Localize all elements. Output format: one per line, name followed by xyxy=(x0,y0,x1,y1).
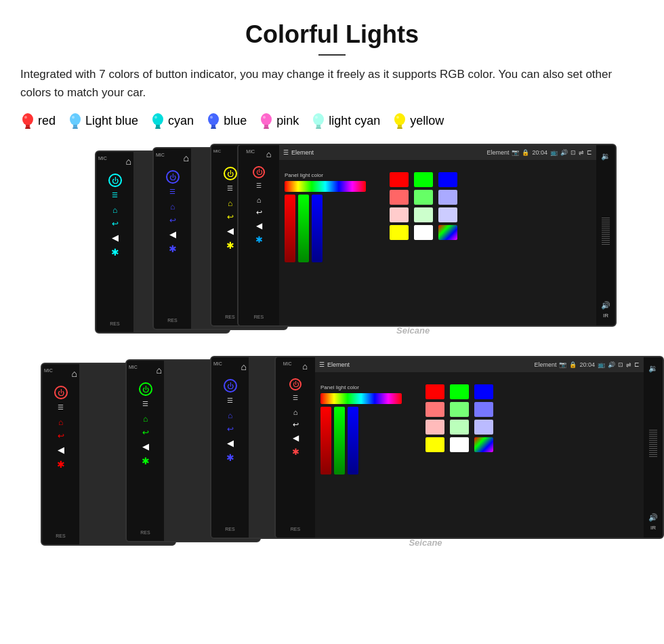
svg-rect-21 xyxy=(316,125,320,127)
title-divider xyxy=(318,54,346,56)
svg-rect-2 xyxy=(25,127,30,129)
bulb-icon-red xyxy=(20,111,35,130)
description-text: Integrated with 7 colors of button indic… xyxy=(20,65,644,102)
svg-point-15 xyxy=(210,116,213,119)
svg-point-11 xyxy=(154,116,157,119)
screen-subtitle-bottom: Element xyxy=(327,361,350,368)
svg-point-20 xyxy=(313,113,324,125)
color-item-lightcyan: light cyan xyxy=(311,111,380,130)
svg-point-0 xyxy=(22,113,33,125)
svg-rect-26 xyxy=(397,127,402,129)
color-item-yellow: yellow xyxy=(392,111,444,130)
top-screenshot-group: MIC ⌂ ⏻ ☰ ⌂ ↩ ◀ ✱ RES MIC xyxy=(20,144,644,344)
color-item-red: red xyxy=(20,111,56,130)
svg-rect-10 xyxy=(155,127,161,129)
color-indicators: red Light blue cyan xyxy=(20,111,644,130)
page-container: Colorful Lights Integrated with 7 colors… xyxy=(0,0,664,582)
radio-unit-main-bottom: MIC ⌂ ⏻ ☰ ⌂ ↩ ◀ ✱ RES ☰ xyxy=(274,356,664,539)
color-label-cyan: cyan xyxy=(168,114,194,128)
app-name-bottom: Element xyxy=(534,361,556,368)
svg-point-8 xyxy=(152,113,163,125)
bulb-icon-pink xyxy=(259,111,274,130)
svg-rect-1 xyxy=(26,125,30,127)
svg-rect-5 xyxy=(73,125,77,127)
svg-point-4 xyxy=(70,113,81,125)
svg-rect-9 xyxy=(156,125,160,127)
svg-point-23 xyxy=(315,116,318,119)
svg-rect-18 xyxy=(264,127,269,129)
color-spectrum-bar-bottom xyxy=(320,393,402,404)
color-label-lightcyan: light cyan xyxy=(329,114,380,128)
color-spectrum-bar xyxy=(285,181,366,192)
svg-rect-25 xyxy=(398,125,402,127)
svg-rect-17 xyxy=(264,125,268,127)
svg-point-3 xyxy=(24,116,27,119)
color-item-cyan: cyan xyxy=(150,111,194,130)
bulb-icon-yellow xyxy=(392,111,407,130)
bulb-icon-lightblue xyxy=(68,111,83,130)
color-item-lightblue: Light blue xyxy=(68,111,138,130)
screen-time-bottom: 20:04 xyxy=(579,361,595,368)
seicane-watermark-bottom: Seicane xyxy=(409,538,442,548)
bulb-icon-lightcyan xyxy=(311,111,326,130)
svg-rect-13 xyxy=(211,125,215,127)
color-label-lightblue: Light blue xyxy=(85,114,138,128)
color-item-blue: blue xyxy=(206,111,247,130)
svg-point-7 xyxy=(72,116,75,119)
color-label-red: red xyxy=(38,114,56,128)
svg-point-24 xyxy=(394,113,405,125)
bulb-icon-blue xyxy=(206,111,221,130)
bottom-screenshot-group: MIC ⌂ ⏻ ☰ ⌂ ↩ ◀ ✱ RES E xyxy=(20,356,644,556)
svg-point-12 xyxy=(208,113,219,125)
screen-subtitle: Element xyxy=(291,149,314,156)
panel-label: Panel light color xyxy=(285,172,366,178)
app-name: Element xyxy=(486,149,509,156)
svg-point-19 xyxy=(263,116,266,119)
radio-unit-main-top: MIC ⌂ ⏻ ☰ ⌂ ↩ ◀ ✱ RES ☰ xyxy=(237,144,617,327)
screen-time: 20:04 xyxy=(532,149,547,156)
color-label-blue: blue xyxy=(224,114,247,128)
svg-rect-6 xyxy=(72,127,78,129)
svg-point-27 xyxy=(396,116,399,119)
color-label-pink: pink xyxy=(276,114,299,128)
bulb-icon-cyan xyxy=(150,111,165,130)
panel-label-bottom: Panel light color xyxy=(320,384,402,390)
color-item-pink: pink xyxy=(259,111,299,130)
seicane-watermark-top: Seicane xyxy=(396,325,430,336)
svg-rect-14 xyxy=(211,127,216,129)
title-section: Colorful Lights Integrated with 7 colors… xyxy=(20,20,644,102)
volume-panel-top: 🔉 🔊 IR xyxy=(596,145,615,325)
page-title: Colorful Lights xyxy=(20,20,644,49)
volume-panel-bottom: 🔉 🔊 IR xyxy=(644,357,663,538)
svg-rect-22 xyxy=(316,127,321,129)
svg-point-16 xyxy=(261,113,272,125)
color-label-yellow: yellow xyxy=(410,114,444,128)
